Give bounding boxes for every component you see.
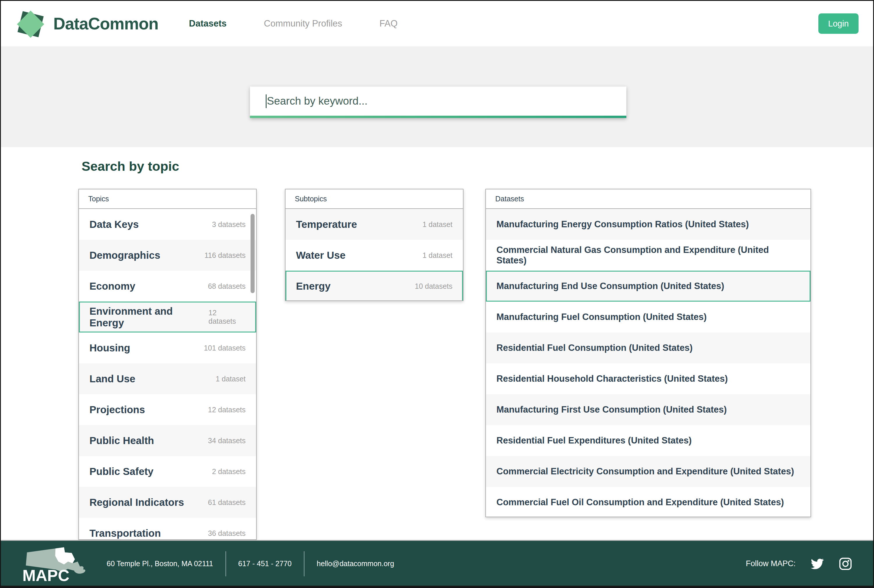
- mapc-logo[interactable]: MAPC: [22, 544, 87, 584]
- topic-row[interactable]: Public Health 34 datasets: [79, 425, 256, 456]
- nav-datasets[interactable]: Datasets: [189, 18, 227, 29]
- topic-row[interactable]: Regional Indicators 61 datasets: [79, 487, 256, 518]
- datasets-panel: Datasets Manufacturing Energy Consumptio…: [485, 189, 811, 517]
- main-nav: Datasets Community Profiles FAQ: [189, 18, 398, 29]
- dataset-name: Commercial Natural Gas Consumption and E…: [496, 245, 800, 266]
- nav-faq[interactable]: FAQ: [379, 18, 398, 29]
- topic-count: 101 datasets: [204, 344, 246, 352]
- header: DataCommon Datasets Community Profiles F…: [1, 1, 873, 46]
- topics-panel: Topics Data Keys 3 datasets Demographics…: [78, 189, 257, 540]
- topic-row[interactable]: Land Use 1 dataset: [79, 363, 256, 394]
- topic-row[interactable]: Transportation 36 datasets: [79, 518, 256, 540]
- dataset-row[interactable]: Residential Fuel Expenditures (United St…: [486, 425, 811, 456]
- subtopic-count: 1 dataset: [423, 220, 453, 229]
- footer: MAPC 60 Temple Pl., Boston, MA 02111 617…: [1, 540, 873, 586]
- topic-name: Demographics: [90, 249, 160, 261]
- topic-name: Environment and Energy: [90, 305, 208, 328]
- dataset-row[interactable]: Residential Household Characteristics (U…: [486, 363, 811, 394]
- topic-name: Land Use: [90, 373, 135, 385]
- search-input[interactable]: [250, 87, 627, 116]
- topic-row[interactable]: Economy 68 datasets: [79, 271, 256, 302]
- dataset-row[interactable]: Manufacturing Energy Consumption Ratios …: [486, 209, 811, 240]
- dataset-row[interactable]: Manufacturing Fuel Consumption (United S…: [486, 302, 811, 333]
- dataset-name: Manufacturing First Use Consumption (Uni…: [496, 404, 727, 415]
- topic-count: 116 datasets: [204, 251, 246, 260]
- topic-name: Regional Indicators: [90, 496, 184, 508]
- topic-row[interactable]: Demographics 116 datasets: [79, 240, 256, 271]
- subtopics-panel: Subtopics Temperature 1 dataset Water Us…: [285, 189, 463, 301]
- topic-count: 36 datasets: [208, 529, 246, 538]
- brand-name: DataCommon: [53, 14, 159, 33]
- dataset-name: Manufacturing End Use Consumption (Unite…: [496, 281, 724, 291]
- search-underline: [250, 116, 627, 118]
- topic-row[interactable]: Data Keys 3 datasets: [79, 209, 256, 240]
- subtopic-name: Energy: [296, 280, 331, 292]
- subtopic-count: 10 datasets: [415, 282, 453, 291]
- dataset-name: Manufacturing Energy Consumption Ratios …: [496, 219, 749, 230]
- page-title: Search by topic: [82, 159, 179, 174]
- dataset-name: Commercial Electricity Consumption and E…: [496, 466, 794, 477]
- dataset-name: Commercial Fuel Oil Consumption and Expe…: [496, 497, 784, 508]
- topic-count: 12 datasets: [208, 406, 246, 414]
- follow-mapc-label: Follow MAPC:: [746, 559, 796, 568]
- dataset-row[interactable]: Manufacturing First Use Consumption (Uni…: [486, 394, 811, 425]
- footer-divider: [225, 551, 226, 576]
- footer-divider: [304, 551, 304, 576]
- footer-address: 60 Temple Pl., Boston, MA 02111: [106, 560, 213, 568]
- search-box: [250, 87, 627, 118]
- nav-community-profiles[interactable]: Community Profiles: [264, 18, 342, 29]
- topic-count: 34 datasets: [208, 436, 246, 445]
- footer-contact: 60 Temple Pl., Boston, MA 02111 617 - 45…: [106, 551, 394, 576]
- topic-row[interactable]: Projections 12 datasets: [79, 394, 256, 425]
- search-section: [1, 46, 873, 147]
- dataset-name: Manufacturing Fuel Consumption (United S…: [496, 312, 707, 322]
- topic-count: 61 datasets: [208, 498, 246, 507]
- dataset-row[interactable]: Residential Fuel Consumption (United Sta…: [486, 333, 811, 363]
- datacommon-logo-icon: [15, 9, 46, 39]
- topic-count: 2 datasets: [212, 467, 246, 476]
- datasets-list: Manufacturing Energy Consumption Ratios …: [486, 209, 811, 517]
- subtopics-list: Temperature 1 dataset Water Use 1 datase…: [285, 209, 463, 301]
- twitter-icon[interactable]: [810, 557, 824, 571]
- dataset-row[interactable]: Commercial Electricity Consumption and E…: [486, 456, 811, 487]
- text-cursor: [266, 94, 267, 108]
- subtopic-name: Temperature: [296, 219, 357, 230]
- topic-name: Projections: [90, 404, 145, 416]
- login-button[interactable]: Login: [819, 14, 859, 34]
- subtopics-panel-header: Subtopics: [285, 189, 463, 209]
- footer-email[interactable]: hello@datacommon.org: [317, 560, 394, 568]
- datacommon-logo[interactable]: DataCommon: [15, 9, 159, 39]
- footer-phone: 617 - 451 - 2770: [238, 560, 292, 568]
- topic-count: 68 datasets: [208, 282, 246, 291]
- topic-row[interactable]: Public Safety 2 datasets: [79, 456, 256, 487]
- subtopic-count: 1 dataset: [423, 251, 453, 260]
- topic-row[interactable]: Housing 101 datasets: [79, 333, 256, 363]
- topic-row-selected[interactable]: Environment and Energy 12 datasets: [79, 302, 256, 333]
- mapc-logo-text: MAPC: [22, 566, 69, 584]
- dataset-row[interactable]: Commercial Natural Gas Consumption and E…: [486, 240, 811, 271]
- topics-panel-header: Topics: [79, 189, 256, 209]
- topic-name: Transportation: [90, 527, 161, 539]
- topic-name: Data Keys: [90, 219, 139, 230]
- dataset-name: Residential Fuel Expenditures (United St…: [496, 435, 692, 446]
- topics-scrollbar[interactable]: [250, 214, 255, 293]
- main-content: Search by topic Topics Data Keys 3 datas…: [1, 147, 873, 540]
- topic-name: Economy: [90, 280, 135, 292]
- datacommon-page: DataCommon Datasets Community Profiles F…: [0, 0, 874, 588]
- dataset-name: Residential Household Characteristics (U…: [496, 374, 728, 384]
- instagram-icon[interactable]: [839, 557, 852, 570]
- topic-count: 12 datasets: [208, 309, 246, 326]
- topic-name: Public Health: [90, 435, 154, 446]
- topic-count: 1 dataset: [216, 375, 246, 383]
- dataset-row-selected[interactable]: Manufacturing End Use Consumption (Unite…: [486, 271, 811, 302]
- datasets-panel-header: Datasets: [486, 189, 811, 209]
- subtopic-row-selected[interactable]: Energy 10 datasets: [285, 271, 463, 301]
- dataset-row[interactable]: Commercial Fuel Oil Consumption and Expe…: [486, 487, 811, 517]
- subtopic-row[interactable]: Water Use 1 dataset: [285, 240, 463, 271]
- topics-list: Data Keys 3 datasets Demographics 116 da…: [79, 209, 256, 540]
- window-bottom-edge: [1, 586, 873, 588]
- topic-count: 3 datasets: [212, 220, 246, 229]
- topic-name: Public Safety: [90, 466, 153, 477]
- subtopic-name: Water Use: [296, 249, 346, 261]
- subtopic-row[interactable]: Temperature 1 dataset: [285, 209, 463, 240]
